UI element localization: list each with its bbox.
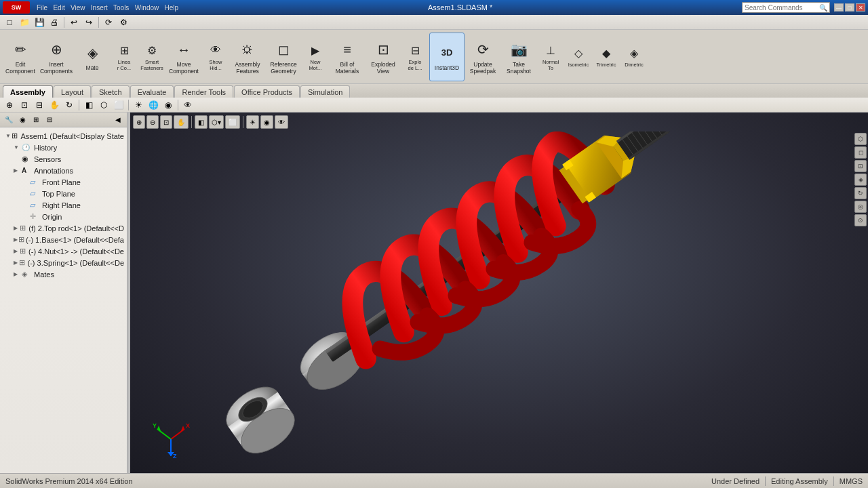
move-icon: ↔ — [173, 39, 195, 60]
smart-fasteners-btn[interactable]: ⚙ SmartFasteners — [138, 33, 165, 81]
hide-show-btn[interactable]: 👁 — [181, 99, 195, 111]
vp-display-btn[interactable]: ◧ — [195, 115, 208, 129]
scene-btn[interactable]: 🌐 — [146, 99, 160, 111]
tab-layout[interactable]: Layout — [54, 85, 91, 98]
right-btn-6[interactable]: ◎ — [854, 201, 867, 213]
save-btn[interactable]: 💾 — [33, 16, 46, 28]
print-btn[interactable]: 🖨 — [47, 16, 61, 28]
tree-item-spring[interactable]: ▶ ⊞ (-) 3.Spring<1> (Default<<De — [0, 257, 127, 268]
tree-item-annotations[interactable]: ▶ A Annotations — [0, 165, 127, 176]
win-maximize[interactable]: □ — [845, 3, 854, 12]
axis-indicator: X Y Z — [151, 419, 191, 460]
search-box[interactable]: 🔍 — [742, 2, 830, 13]
rotate-btn[interactable]: ↻ — [62, 99, 76, 111]
panel-btn-4[interactable]: ⊟ — [43, 114, 56, 126]
vp-zoom-in-btn[interactable]: ⊕ — [133, 115, 145, 129]
tree-item-front-plane[interactable]: ▱ Front Plane — [0, 176, 127, 188]
panel-btn-2[interactable]: ◉ — [16, 114, 28, 126]
redo-btn[interactable]: ↪ — [82, 16, 96, 28]
right-btn-7[interactable]: ⊙ — [854, 214, 867, 226]
edit-component-btn[interactable]: ✏ EditComponent — [3, 33, 38, 81]
linear-label: Linear Co... — [117, 60, 131, 71]
right-btn-1[interactable]: ⬡ — [854, 133, 867, 145]
insert-components-btn[interactable]: ⊕ InsertComponents — [39, 33, 74, 81]
right-btn-5[interactable]: ↻ — [854, 187, 867, 199]
sensors-label: Sensors — [34, 155, 61, 163]
trimetric-label: Trimetric — [597, 62, 616, 68]
search-input[interactable] — [745, 4, 819, 12]
dimetric-icon: ◈ — [626, 45, 642, 61]
vp-pan-btn[interactable]: ✋ — [174, 115, 189, 129]
tree-item-history[interactable]: ▼ 🕐 History — [0, 142, 127, 153]
mate-btn[interactable]: ◈ Mate — [75, 33, 110, 81]
vp-hide-btn[interactable]: 👁 — [275, 115, 288, 129]
explode-line-btn[interactable]: ⊟ Explode L... — [401, 33, 429, 81]
tree-item-top-rod[interactable]: ▶ ⊞ (f) 2.Top rod<1> (Default<<D — [0, 222, 127, 234]
tree-item-origin[interactable]: ✛ Origin — [0, 211, 127, 222]
display-style-btn[interactable]: ◧ — [82, 99, 96, 111]
vp-zoom-fit-btn[interactable]: ⊡ — [160, 115, 172, 129]
move-component-btn[interactable]: ↔ MoveComponent — [166, 33, 201, 81]
normal-to-btn[interactable]: ⊥ NormalTo — [537, 33, 564, 81]
feature-manager-tree[interactable]: ▼ ⊞ Assem1 (Default<Display State ▼ 🕐 Hi… — [0, 127, 127, 473]
vp-camera-btn[interactable]: ◉ — [260, 115, 273, 129]
right-btn-2[interactable]: ◻ — [854, 146, 867, 159]
vp-orient-btn[interactable]: ⬡▾ — [209, 115, 224, 129]
right-btn-4[interactable]: ◈ — [854, 174, 867, 186]
tab-simulation[interactable]: Simulation — [300, 85, 350, 98]
section-view-btn[interactable]: ⬜ — [112, 99, 125, 111]
tab-sketch[interactable]: Sketch — [92, 85, 130, 98]
trimetric-btn[interactable]: ◆ Trimetric — [593, 33, 620, 81]
vp-zoom-out-btn[interactable]: ⊖ — [146, 115, 159, 129]
tree-item-right-plane[interactable]: ▱ Right Plane — [0, 199, 127, 211]
assembly-features-btn[interactable]: ⛭ AssemblyFeatures — [230, 33, 265, 81]
take-snapshot-btn[interactable]: 📷 TakeSnapshot — [501, 33, 536, 81]
reference-geometry-btn[interactable]: ◻ ReferenceGeometry — [266, 33, 301, 81]
zoom-area-btn[interactable]: ⊟ — [33, 99, 46, 111]
panel-btn-1[interactable]: 🔧 — [3, 114, 15, 126]
rebuild-btn[interactable]: ⟳ — [102, 16, 115, 28]
zoom-to-fit-btn[interactable]: ⊡ — [18, 99, 31, 111]
win-close[interactable]: ✕ — [856, 3, 865, 12]
tree-item-base[interactable]: ▶ ⊞ (-) 1.Base<1> (Default<<Defa — [0, 234, 127, 245]
tree-item-assem1[interactable]: ▼ ⊞ Assem1 (Default<Display State — [0, 130, 127, 142]
show-hide-btn[interactable]: 👁 ShowHid... — [202, 33, 229, 81]
open-btn[interactable]: 📁 — [18, 16, 31, 28]
tree-item-mates[interactable]: ▶ ◈ Mates — [0, 268, 127, 280]
tab-assembly[interactable]: Assembly — [3, 85, 53, 98]
linear-component-btn[interactable]: ⊞ Linear Co... — [111, 33, 138, 81]
tab-render-tools[interactable]: Render Tools — [174, 85, 233, 98]
zoom-in-btn[interactable]: ⊕ — [3, 99, 16, 111]
dimetric-btn[interactable]: ◈ Dimetric — [620, 33, 648, 81]
right-plane-icon: ▱ — [30, 201, 41, 209]
mates-icon: ◈ — [22, 270, 33, 279]
new-btn[interactable]: □ — [3, 16, 16, 28]
panel-collapse-btn[interactable]: ◀ — [112, 114, 124, 126]
vp-section-btn[interactable]: ⬜ — [225, 115, 240, 129]
win-minimize[interactable]: — — [834, 3, 844, 12]
panel-btn-3[interactable]: ⊞ — [30, 114, 42, 126]
tree-item-sensors[interactable]: ◉ Sensors — [0, 153, 127, 165]
exploded-view-btn[interactable]: ⊡ ExplodedView — [366, 33, 401, 81]
view-orient-btn[interactable]: ⬡ — [97, 99, 111, 111]
3d-viewport[interactable]: X Y Z ⊕ ⊖ ⊡ ✋ ◧ ⬡▾ ⬜ ☀ ◉ 👁 ⬡ — [130, 113, 868, 473]
feature-tree-panel: 🔧 ◉ ⊞ ⊟ ◀ ▼ ⊞ Assem1 (Default<Display St… — [0, 113, 127, 473]
appearances-btn[interactable]: ☀ — [132, 99, 145, 111]
vp-light-btn[interactable]: ☀ — [246, 115, 259, 129]
tab-bar: Assembly Layout Sketch Evaluate Render T… — [0, 84, 868, 98]
undo-btn[interactable]: ↩ — [67, 16, 81, 28]
tree-item-nut[interactable]: ▶ ⊞ (-) 4.Nut<1> -> (Default<<De — [0, 245, 127, 257]
update-speedpak-btn[interactable]: ⟳ UpdateSpeedpak — [465, 33, 500, 81]
bill-of-materials-btn[interactable]: ≡ Bill ofMaterials — [330, 33, 365, 81]
tab-office-products[interactable]: Office Products — [234, 85, 300, 98]
isometric-btn[interactable]: ◇ Isometric — [565, 33, 592, 81]
top-rod-label: (f) 2.Top rod<1> (Default<<D — [28, 224, 124, 232]
tab-evaluate[interactable]: Evaluate — [130, 85, 174, 98]
right-btn-3[interactable]: ⊡ — [854, 160, 867, 172]
new-motion-btn[interactable]: ▶ NewMot... — [302, 33, 329, 81]
options-btn[interactable]: ⚙ — [117, 16, 130, 28]
pan-btn[interactable]: ✋ — [47, 99, 61, 111]
instant3d-btn[interactable]: 3D Instant3D — [429, 33, 465, 81]
tree-item-top-plane[interactable]: ▱ Top Plane — [0, 188, 127, 199]
render-btn[interactable]: ◉ — [161, 99, 175, 111]
